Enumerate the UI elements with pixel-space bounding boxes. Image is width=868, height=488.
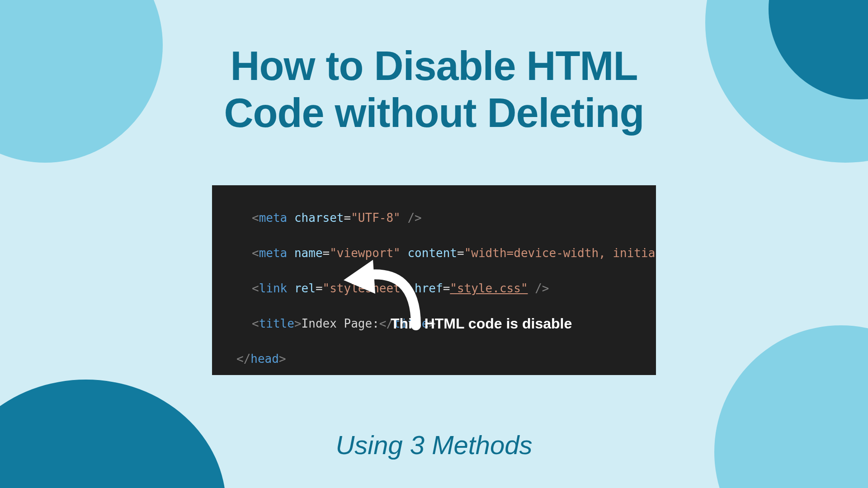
decoration-blob-bottom-right xyxy=(714,325,868,488)
decoration-blob-top-left xyxy=(0,0,163,163)
code-line-2: <meta name="viewport" content="width=dev… xyxy=(230,244,656,262)
page-title: How to Disable HTML Code without Deletin… xyxy=(185,43,683,136)
code-line-3: <link rel="stylesheet" href="style.css" … xyxy=(230,280,656,297)
code-screenshot: <meta charset="UTF-8" /> <meta name="vie… xyxy=(212,185,656,375)
code-line-5: </head> xyxy=(230,350,656,368)
callout-label: This HTML code is disable xyxy=(391,315,572,332)
page-subtitle: Using 3 Methods xyxy=(335,430,532,460)
code-line-1: <meta charset="UTF-8" /> xyxy=(230,209,656,227)
decoration-blob-bottom-left xyxy=(0,380,226,488)
